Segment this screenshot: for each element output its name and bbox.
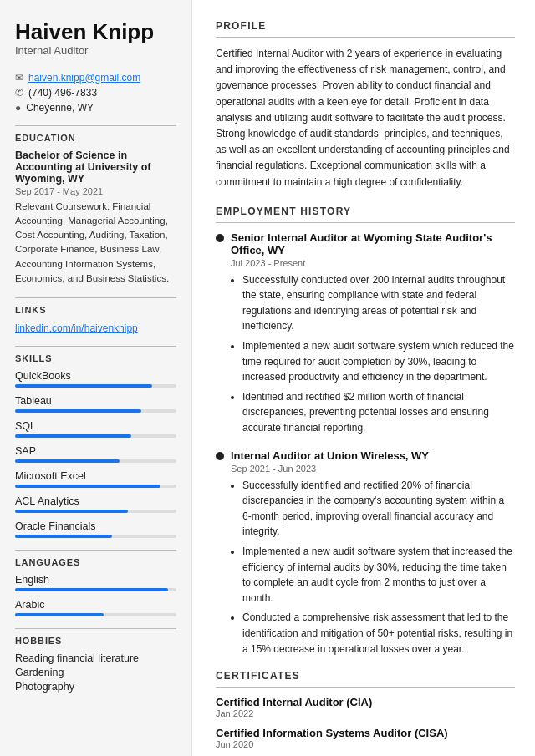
skill-bar-fill xyxy=(15,434,131,438)
hobby-item: Reading financial literature xyxy=(15,652,176,664)
hobby-item: Gardening xyxy=(15,667,176,678)
profile-divider xyxy=(216,37,515,38)
language-row: Arabic xyxy=(15,599,176,616)
email-link[interactable]: haiven.knipp@gmail.com xyxy=(28,72,140,84)
phone-row: ✆ (740) 496-7833 xyxy=(15,87,176,99)
skill-row: Microsoft Excel xyxy=(15,470,176,488)
language-bar-bg xyxy=(15,613,176,616)
cert-block: Certified Internal Auditor (CIA) Jan 202… xyxy=(216,696,515,718)
job-dot xyxy=(216,452,224,460)
skill-name: QuickBooks xyxy=(15,370,176,382)
job-bullet: Implemented a new audit software system … xyxy=(242,544,515,606)
job-bullet: Successfully conducted over 200 internal… xyxy=(242,272,515,334)
skill-name: Oracle Financials xyxy=(15,520,176,532)
phone-icon: ✆ xyxy=(15,87,23,99)
skill-bar-fill xyxy=(15,510,128,513)
languages-list: English Arabic xyxy=(15,574,176,616)
skill-name: Microsoft Excel xyxy=(15,470,176,482)
phone-text: (740) 496-7833 xyxy=(28,87,97,99)
job-title-row: Internal Auditor at Union Wireless, WY xyxy=(216,449,515,462)
hobby-item: Photography xyxy=(15,681,176,693)
hobbies-divider xyxy=(15,628,176,629)
skill-row: Tableau xyxy=(15,395,176,413)
language-bar-fill xyxy=(15,613,104,616)
profile-heading: Profile xyxy=(216,20,515,32)
skill-name: SAP xyxy=(15,445,176,457)
skill-row: SQL xyxy=(15,420,176,438)
language-name: English xyxy=(15,574,176,586)
skill-row: QuickBooks xyxy=(15,370,176,388)
job-bullet: Conducted a comprehensive risk assessmen… xyxy=(242,610,515,657)
email-icon: ✉ xyxy=(15,72,23,84)
skills-heading: Skills xyxy=(15,353,176,363)
language-bar-bg xyxy=(15,588,176,591)
job-block: Senior Internal Auditor at Wyoming State… xyxy=(216,231,515,436)
languages-heading: Languages xyxy=(15,557,176,567)
certificates-divider xyxy=(216,687,515,688)
skill-bar-fill xyxy=(15,384,152,388)
skill-name: Tableau xyxy=(15,395,176,407)
skill-bar-bg xyxy=(15,459,176,463)
cert-date: Jan 2022 xyxy=(216,708,515,718)
education-divider xyxy=(15,125,176,126)
skill-row: SAP xyxy=(15,445,176,463)
skill-bar-fill xyxy=(15,485,160,488)
job-title-row: Senior Internal Auditor at Wyoming State… xyxy=(216,231,515,256)
edu-coursework: Relevant Coursework: Financial Accountin… xyxy=(15,200,176,287)
education-heading: Education xyxy=(15,133,176,143)
job-title: Internal Auditor at Union Wireless, WY xyxy=(231,449,429,462)
certificates-heading: Certificates xyxy=(216,670,515,682)
languages-divider xyxy=(15,550,176,551)
language-bar-fill xyxy=(15,588,168,591)
employment-heading: Employment History xyxy=(216,205,515,217)
skill-bar-bg xyxy=(15,434,176,438)
location-icon: ● xyxy=(15,102,21,114)
candidate-title: Internal Auditor xyxy=(15,44,176,57)
linkedin-link[interactable]: linkedin.com/in/haivenknipp xyxy=(15,322,138,334)
certs-list: Certified Internal Auditor (CIA) Jan 202… xyxy=(216,696,515,749)
email-row: ✉ haiven.knipp@gmail.com xyxy=(15,72,176,84)
profile-text: Certified Internal Auditor with 2 years … xyxy=(216,46,515,190)
skill-bar-fill xyxy=(15,535,112,538)
location-row: ● Cheyenne, WY xyxy=(15,102,176,114)
skill-bar-bg xyxy=(15,409,176,413)
job-title: Senior Internal Auditor at Wyoming State… xyxy=(231,231,515,256)
jobs-list: Senior Internal Auditor at Wyoming State… xyxy=(216,231,515,657)
skill-bar-fill xyxy=(15,409,141,413)
main-content: Profile Certified Internal Auditor with … xyxy=(192,0,535,756)
skill-bar-bg xyxy=(15,485,176,488)
sidebar: Haiven Knipp Internal Auditor ✉ haiven.k… xyxy=(0,0,192,756)
job-block: Internal Auditor at Union Wireless, WY S… xyxy=(216,449,515,657)
cert-name: Certified Internal Auditor (CIA) xyxy=(216,696,515,708)
skill-row: Oracle Financials xyxy=(15,520,176,538)
hobbies-list: Reading financial literatureGardeningPho… xyxy=(15,652,176,693)
skills-divider xyxy=(15,346,176,347)
job-bullet: Identified and rectified $2 million wort… xyxy=(242,389,515,436)
language-row: English xyxy=(15,574,176,591)
employment-divider xyxy=(216,222,515,223)
job-bullet: Successfully identified and rectified 20… xyxy=(242,478,515,540)
location-text: Cheyenne, WY xyxy=(26,102,94,114)
job-dates: Sep 2021 - Jun 2023 xyxy=(231,464,515,474)
links-heading: Links xyxy=(15,305,176,315)
skill-bar-bg xyxy=(15,510,176,513)
skill-name: ACL Analytics xyxy=(15,495,176,507)
skill-row: ACL Analytics xyxy=(15,495,176,513)
skill-bar-bg xyxy=(15,535,176,538)
language-name: Arabic xyxy=(15,599,176,611)
cert-date: Jun 2020 xyxy=(216,739,515,749)
cert-name: Certified Information Systems Auditor (C… xyxy=(216,727,515,739)
candidate-name: Haiven Knipp xyxy=(15,20,176,44)
job-dot xyxy=(216,234,224,242)
links-divider xyxy=(15,297,176,298)
cert-block: Certified Information Systems Auditor (C… xyxy=(216,727,515,749)
skill-bar-bg xyxy=(15,384,176,388)
resume-page: Haiven Knipp Internal Auditor ✉ haiven.k… xyxy=(0,0,535,756)
edu-dates: Sep 2017 - May 2021 xyxy=(15,186,176,196)
job-dates: Jul 2023 - Present xyxy=(231,258,515,268)
job-bullets: Successfully conducted over 200 internal… xyxy=(231,272,515,436)
skills-list: QuickBooks Tableau SQL SAP Microsoft Exc… xyxy=(15,370,176,538)
skill-name: SQL xyxy=(15,420,176,432)
skill-bar-fill xyxy=(15,459,120,463)
edu-degree: Bachelor of Science in Accounting at Uni… xyxy=(15,150,176,185)
